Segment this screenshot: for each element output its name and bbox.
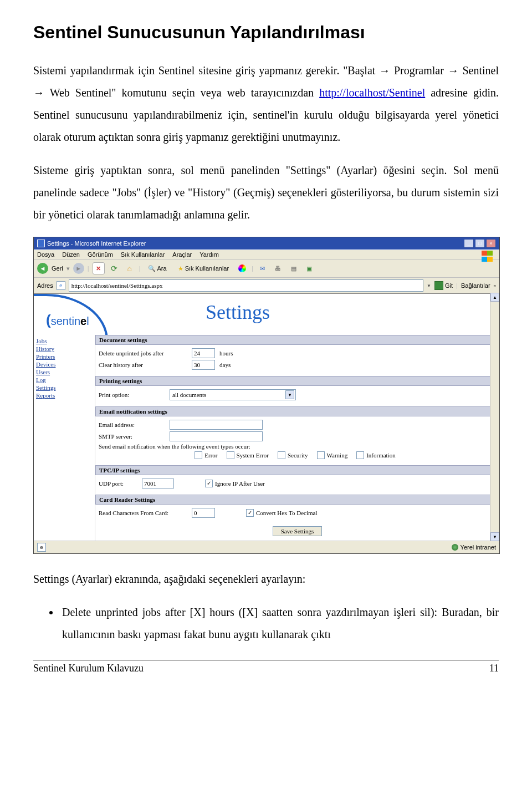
- chk-convert-hex-label: Convert Hex To Decimal: [256, 510, 318, 516]
- menu-fav[interactable]: Sık Kullanılanlar: [121, 251, 165, 258]
- nav-users[interactable]: Users: [34, 368, 95, 376]
- edit-button[interactable]: ▤: [288, 262, 300, 274]
- udp-port-label: UDP port:: [99, 480, 137, 487]
- days-label: days: [219, 362, 231, 368]
- maximize-button[interactable]: □: [475, 239, 485, 248]
- research-button[interactable]: ▣: [303, 262, 315, 274]
- page-banner: (sentinel Settings: [34, 294, 499, 335]
- smtp-server-label: SMTP server:: [99, 433, 165, 440]
- chk-information[interactable]: Information: [356, 451, 396, 459]
- smtp-server-input[interactable]: [170, 431, 263, 441]
- chk-ignore-ip[interactable]: ✓Ignore IP After User: [205, 480, 265, 487]
- chk-error-label: Error: [204, 452, 217, 459]
- p1-text-d: Web Sentinel" komutunu seçin veya web ta…: [44, 86, 319, 99]
- print-option-select[interactable]: all documents ▼: [170, 389, 296, 400]
- read-chars-input[interactable]: [192, 508, 215, 518]
- save-settings-button[interactable]: Save Settings: [273, 526, 323, 536]
- delete-jobs-input[interactable]: [192, 348, 215, 358]
- arrow-icon: →: [379, 64, 390, 77]
- address-input[interactable]: [69, 279, 423, 292]
- back-label: Geri: [52, 265, 63, 272]
- close-button[interactable]: ×: [486, 239, 496, 248]
- address-bar: Adres e ▼ Git | Bağlantılar »: [34, 278, 499, 294]
- vertical-scrollbar[interactable]: ▲ ▼: [490, 293, 499, 541]
- menu-edit[interactable]: Düzen: [62, 251, 80, 258]
- links-label[interactable]: Bağlantılar: [461, 282, 490, 289]
- settings-screenshot: Settings - Microsoft Internet Explorer _…: [33, 237, 499, 554]
- nav-settings[interactable]: Settings: [34, 384, 95, 391]
- clear-history-input[interactable]: [192, 360, 215, 370]
- media-button[interactable]: [236, 262, 248, 274]
- chk-warning-label: Warning: [327, 452, 348, 459]
- chk-convert-hex[interactable]: ✓Convert Hex To Decimal: [246, 509, 318, 517]
- minimize-button[interactable]: _: [464, 239, 474, 248]
- options-list: Delete unprinted jobs after [X] hours ([…: [33, 601, 499, 645]
- paragraph-2: Sisteme giriş yaptıktan sonra, sol menü …: [33, 159, 499, 226]
- udp-port-input[interactable]: [142, 479, 174, 488]
- section-card-reader: Card Reader Settings: [95, 495, 495, 505]
- email-address-input[interactable]: [170, 420, 263, 430]
- scroll-down-icon[interactable]: ▼: [490, 532, 499, 541]
- after-screenshot-text: Settings (Ayarlar) ekranında, aşağıdaki …: [33, 568, 499, 590]
- print-button[interactable]: 🖶: [272, 262, 284, 274]
- page-title: Settings: [206, 301, 270, 324]
- chk-security-label: Security: [288, 452, 308, 459]
- nav-history[interactable]: History: [34, 345, 95, 353]
- arrow-icon: →: [33, 86, 44, 99]
- intranet-icon: [452, 544, 458, 551]
- page-number: 11: [489, 663, 499, 674]
- browser-toolbar: ◄ Geri ▾ ► | ✕ ⟳ ⌂ | 🔍Ara ★Sık Kullanıla…: [34, 259, 499, 278]
- print-option-label: Print option:: [99, 391, 165, 398]
- bullet-delete-unprinted: Delete unprinted jobs after [X] hours ([…: [60, 601, 499, 645]
- chk-error[interactable]: Error: [195, 451, 217, 459]
- page-footer: Sentinel Kurulum Kılavuzu 11: [33, 663, 499, 683]
- nav-devices[interactable]: Devices: [34, 360, 95, 368]
- go-button[interactable]: Git: [434, 281, 453, 290]
- chk-warning[interactable]: Warning: [317, 451, 348, 459]
- chk-ignore-ip-label: Ignore IP After User: [215, 480, 265, 487]
- read-chars-label: Read Characters From Card:: [99, 510, 187, 516]
- go-label: Git: [445, 282, 453, 289]
- favorites-button[interactable]: ★Sık Kullanılanlar: [174, 263, 233, 274]
- chk-security[interactable]: Security: [278, 451, 308, 459]
- nav-jobs[interactable]: Jobs: [34, 337, 95, 345]
- mail-button[interactable]: ✉: [257, 262, 269, 274]
- menu-file[interactable]: Dosya: [37, 251, 54, 258]
- windows-flag-icon: [482, 251, 497, 263]
- chk-system-error[interactable]: System Error: [227, 451, 269, 459]
- nav-reports[interactable]: Reports: [34, 391, 95, 399]
- nav-printers[interactable]: Printers: [34, 353, 95, 360]
- refresh-button[interactable]: ⟳: [108, 262, 120, 274]
- status-bar: e Yerel intranet: [34, 541, 499, 553]
- chevron-down-icon: ▼: [285, 390, 294, 399]
- go-icon: [434, 281, 443, 290]
- home-button[interactable]: ⌂: [124, 262, 136, 274]
- back-button[interactable]: ◄: [37, 263, 48, 274]
- address-label: Adres: [37, 282, 53, 289]
- stop-button[interactable]: ✕: [93, 262, 105, 274]
- arrow-icon: →: [448, 64, 459, 77]
- p1-text-c: Sentinel: [459, 64, 499, 77]
- print-option-value: all documents: [172, 391, 206, 398]
- menu-help[interactable]: Yardım: [200, 251, 219, 258]
- left-nav: Jobs History Printers Devices Users Log …: [34, 335, 95, 541]
- menu-bar: Dosya Düzen Görünüm Sık Kullanılanlar Ar…: [34, 250, 499, 259]
- footer-rule: [33, 660, 499, 660]
- nav-log[interactable]: Log: [34, 376, 95, 384]
- menu-view[interactable]: Görünüm: [88, 251, 113, 258]
- menu-tools[interactable]: Araçlar: [172, 251, 192, 258]
- forward-button[interactable]: ►: [73, 263, 84, 274]
- page-icon: e: [57, 281, 65, 290]
- email-address-label: Email address:: [99, 421, 165, 428]
- p1-text-a: Sistemi yapılandırmak için Sentinel site…: [33, 64, 379, 77]
- localhost-link[interactable]: http://localhost/Sentinel: [319, 86, 425, 99]
- window-titlebar: Settings - Microsoft Internet Explorer _…: [34, 237, 499, 250]
- search-label: Ara: [157, 265, 167, 272]
- hours-label: hours: [219, 350, 233, 357]
- section-document-settings: Document settings: [95, 335, 495, 345]
- fav-label: Sık Kullanılanlar: [185, 265, 229, 272]
- status-left-icon: e: [37, 543, 46, 552]
- search-button[interactable]: 🔍Ara: [144, 263, 171, 274]
- search-icon: 🔍: [148, 265, 156, 272]
- scroll-up-icon[interactable]: ▲: [490, 293, 499, 302]
